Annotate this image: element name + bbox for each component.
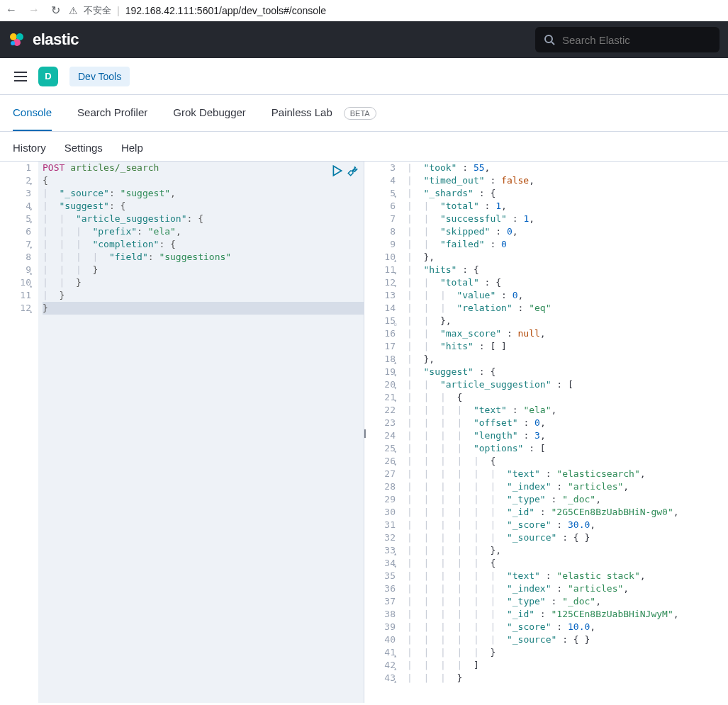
tab-console[interactable]: Console	[13, 95, 52, 131]
request-editor[interactable]: POST articles/_search{| "_source": "sugg…	[38, 162, 364, 703]
console-subtabs: History Settings Help	[0, 132, 728, 161]
subtab-help[interactable]: Help	[121, 142, 143, 154]
logo[interactable]: elastic	[9, 30, 79, 49]
wrench-icon[interactable]	[347, 164, 359, 177]
forward-icon[interactable]: →	[28, 4, 40, 17]
url-text: 192.168.42.111:5601/app/dev_tools#/conso…	[125, 5, 326, 16]
svg-point-3	[11, 41, 15, 45]
tab-search-profiler[interactable]: Search Profiler	[77, 95, 147, 131]
warning-icon: ⚠	[69, 5, 78, 16]
response-pane[interactable]: 345▾678910▴11▾12▾131415▫161718▴19▾20▾21▾…	[364, 162, 728, 703]
request-pane[interactable]: 12▾34▾5▾67▾89▴10▴1112▴ POST articles/_se…	[0, 162, 364, 703]
subtab-history[interactable]: History	[13, 142, 46, 154]
app-header: D Dev Tools	[0, 58, 728, 95]
browser-bar: ← → ↻ ⚠ 不安全 | 192.168.42.111:5601/app/de…	[0, 0, 728, 21]
request-actions	[331, 164, 359, 177]
url-area[interactable]: ⚠ 不安全 | 192.168.42.111:5601/app/dev_tool…	[69, 4, 326, 17]
global-header: elastic	[0, 21, 728, 58]
response-gutter: 345▾678910▴11▾12▾131415▫161718▴19▾20▾21▾…	[364, 162, 403, 703]
search-input[interactable]	[562, 34, 704, 46]
beta-badge: BETA	[344, 107, 376, 120]
global-search[interactable]	[535, 27, 719, 52]
elastic-logo-icon	[9, 31, 26, 48]
reload-icon[interactable]: ↻	[51, 4, 60, 17]
tab-grok-debugger[interactable]: Grok Debugger	[173, 95, 246, 131]
subtab-settings[interactable]: Settings	[65, 142, 103, 154]
request-gutter: 12▾34▾5▾67▾89▴10▴1112▴	[0, 162, 38, 703]
logo-text: elastic	[33, 30, 79, 49]
dev-tools-tabs: Console Search Profiler Grok Debugger Pa…	[0, 95, 728, 132]
space-badge[interactable]: D	[38, 67, 58, 86]
console-panes: 12▾34▾5▾67▾89▴10▴1112▴ POST articles/_se…	[0, 161, 728, 703]
search-icon	[544, 34, 555, 45]
svg-marker-6	[333, 166, 341, 176]
breadcrumb[interactable]: Dev Tools	[69, 67, 130, 86]
menu-icon[interactable]	[14, 72, 27, 81]
play-icon[interactable]	[331, 164, 344, 177]
back-icon[interactable]: ←	[6, 4, 17, 17]
tab-painless-lab[interactable]: Painless Lab	[271, 95, 332, 131]
response-viewer: | "took" : 55,| "timed_out" : false,| "_…	[403, 162, 728, 703]
browser-nav: ← → ↻	[6, 4, 60, 17]
url-separator: |	[117, 5, 120, 16]
svg-point-4	[545, 35, 552, 43]
svg-line-5	[551, 42, 554, 45]
insecure-label: 不安全	[84, 4, 111, 17]
